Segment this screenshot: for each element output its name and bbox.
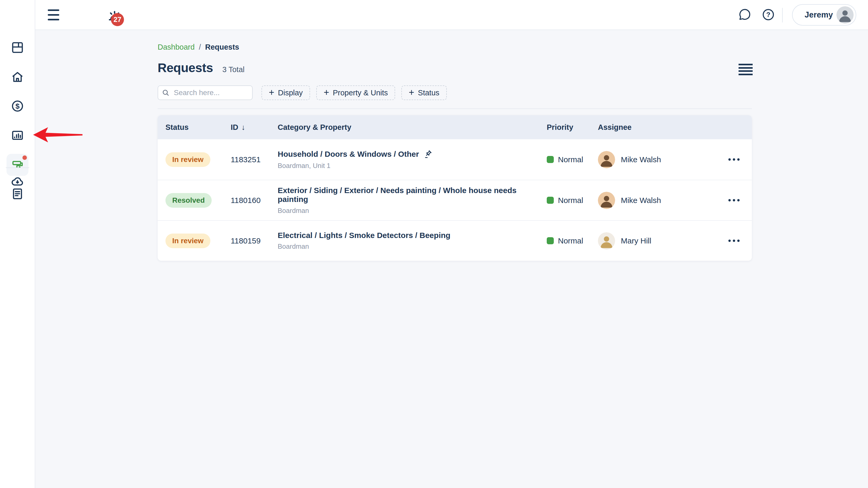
- priority-label: Normal: [558, 155, 583, 164]
- column-header-id[interactable]: ID↓: [231, 123, 278, 132]
- annotation-arrow: [32, 124, 83, 145]
- user-name: Jeremy: [805, 10, 833, 20]
- priority-indicator: [547, 237, 554, 244]
- row-menu-button[interactable]: [726, 156, 742, 163]
- table-header: StatusID↓Category & PropertyPriorityAssi…: [158, 115, 752, 139]
- breadcrumb: Dashboard / Requests: [158, 43, 239, 52]
- help-icon: ?: [762, 18, 775, 22]
- priority-indicator: [547, 197, 554, 204]
- topbar: 27 ? Jeremy: [35, 0, 868, 30]
- title-row: Requests 3 Total: [158, 61, 245, 75]
- sidebar-divider: [6, 168, 29, 168]
- priority-label: Normal: [558, 236, 583, 245]
- notification-dot: [23, 155, 27, 160]
- hamburger-icon: [48, 9, 59, 11]
- sidebar-item-home[interactable]: [6, 66, 28, 88]
- notification-count-badge: 27: [111, 13, 124, 26]
- plus-icon: +: [409, 88, 414, 97]
- breadcrumb-separator: /: [199, 43, 201, 52]
- search-box: [158, 85, 253, 100]
- home-icon: [11, 70, 24, 84]
- page-title: Requests: [158, 61, 213, 75]
- sidebar-item-dashboard[interactable]: [6, 37, 28, 59]
- filter-button-property-units[interactable]: +Property & Units: [316, 85, 395, 100]
- assignee-name: Mike Walsh: [621, 155, 661, 164]
- list-icon: [739, 64, 753, 65]
- topbar-divider: [782, 8, 783, 23]
- row-menu-button[interactable]: [726, 237, 742, 245]
- notifications-button[interactable]: 27: [102, 5, 127, 27]
- priority-label: Normal: [558, 196, 583, 205]
- user-menu-button[interactable]: Jeremy: [792, 4, 856, 26]
- filter-button-label: Property & Units: [333, 89, 388, 97]
- filter-button-label: Display: [278, 89, 303, 97]
- breadcrumb-link-dashboard[interactable]: Dashboard: [158, 43, 195, 52]
- chat-button[interactable]: [738, 8, 752, 22]
- column-header-priority[interactable]: Priority: [547, 123, 598, 132]
- sidebar-item-reports[interactable]: [6, 124, 28, 147]
- list-view-button[interactable]: [739, 64, 753, 75]
- status-badge: In review: [165, 152, 210, 167]
- content-divider: [158, 108, 752, 109]
- column-header-status[interactable]: Status: [165, 123, 231, 132]
- svg-text:?: ?: [766, 11, 770, 19]
- table-row[interactable]: In review1180159Electrical / Lights / Sm…: [158, 220, 752, 261]
- sidebar-item-payments[interactable]: $: [6, 95, 28, 117]
- table-body: In review1183251Household / Doors & Wind…: [158, 139, 752, 261]
- assignee-avatar: [598, 151, 615, 168]
- dollar-icon: $: [11, 99, 24, 114]
- svg-text:$: $: [16, 102, 20, 110]
- status-badge: Resolved: [165, 193, 212, 208]
- request-id: 1183251: [231, 155, 278, 164]
- property-location: Boardman: [278, 242, 547, 251]
- priority-indicator: [547, 156, 554, 163]
- assignee-name: Mary Hill: [621, 236, 651, 245]
- column-header-category-property[interactable]: Category & Property: [278, 123, 547, 132]
- user-avatar: [836, 6, 854, 24]
- filter-row: +Display+Property & Units+Status: [158, 85, 447, 100]
- paint-roller-icon: [11, 158, 24, 172]
- property-location: Boardman: [278, 207, 547, 215]
- request-category[interactable]: Electrical / Lights / Smoke Detectors / …: [278, 231, 451, 240]
- chart-icon: [11, 128, 24, 143]
- sidebar-footer-nav: [0, 171, 28, 193]
- sidebar: $: [0, 0, 35, 488]
- assignee-name: Mike Walsh: [621, 196, 661, 205]
- filter-button-label: Status: [418, 89, 439, 97]
- chat-icon: [738, 18, 752, 22]
- request-id: 1180160: [231, 196, 278, 205]
- total-count: 3 Total: [222, 65, 245, 74]
- cloud-download-icon: [11, 174, 24, 189]
- request-category[interactable]: Exterior / Siding / Exterior / Needs pai…: [278, 186, 547, 204]
- table-row[interactable]: Resolved1180160Exterior / Siding / Exter…: [158, 180, 752, 220]
- filter-button-status[interactable]: +Status: [401, 85, 446, 100]
- plus-icon: +: [323, 88, 329, 97]
- request-category[interactable]: Household / Doors & Windows / Other: [278, 150, 419, 159]
- sidebar-item-downloads[interactable]: [6, 171, 28, 193]
- row-menu-button[interactable]: [726, 197, 742, 204]
- search-icon: [162, 89, 169, 97]
- filter-buttons: +Display+Property & Units+Status: [261, 85, 447, 100]
- search-input[interactable]: [158, 85, 253, 100]
- menu-toggle-button[interactable]: [48, 9, 59, 20]
- table-row[interactable]: In review1183251Household / Doors & Wind…: [158, 139, 752, 180]
- dashboard-icon: [11, 41, 24, 55]
- requests-table: StatusID↓Category & PropertyPriorityAssi…: [158, 115, 752, 261]
- request-id: 1180159: [231, 236, 278, 245]
- filter-button-display[interactable]: +Display: [261, 85, 310, 100]
- column-header-assignee[interactable]: Assignee: [598, 123, 726, 132]
- plus-icon: +: [269, 88, 274, 97]
- help-button[interactable]: ?: [761, 8, 775, 22]
- sort-desc-icon: ↓: [241, 123, 245, 132]
- status-badge: In review: [165, 234, 210, 248]
- property-location: Boardman, Unit 1: [278, 162, 547, 170]
- breadcrumb-current: Requests: [205, 43, 239, 52]
- assignee-avatar: [598, 192, 615, 209]
- pin-icon: [424, 149, 433, 159]
- assignee-avatar: [598, 232, 615, 250]
